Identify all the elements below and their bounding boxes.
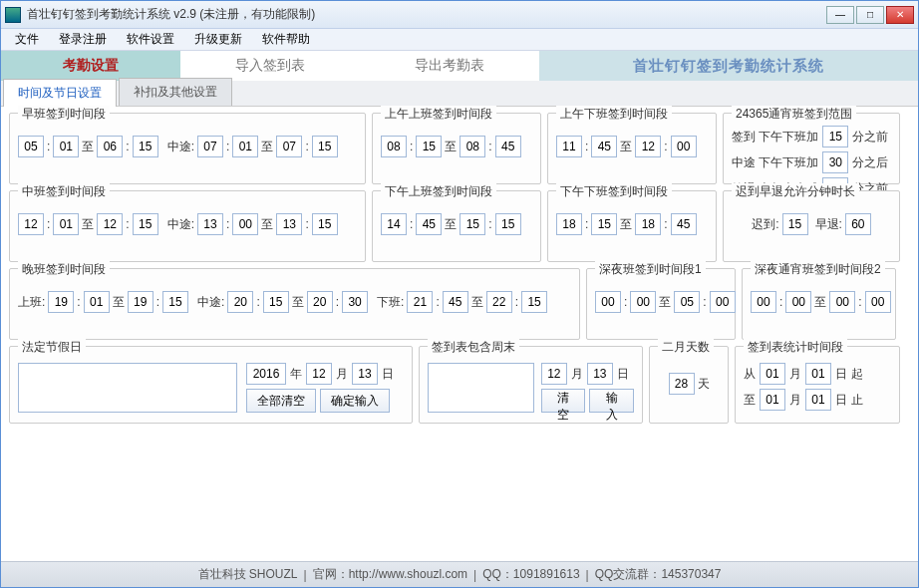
group-am-on: 上午上班签到时间段 : 至 :: [372, 113, 541, 184]
time-input[interactable]: [84, 291, 110, 313]
input-button[interactable]: 输入: [589, 389, 634, 413]
time-input[interactable]: [495, 213, 521, 235]
group-evening-shift: 晚班签到时间段 上班: : 至 : 中途: : 至 : 下班: :: [9, 268, 580, 340]
time-input[interactable]: [671, 213, 697, 235]
time-input[interactable]: [162, 291, 188, 313]
maximize-button[interactable]: □: [856, 6, 884, 24]
brand-label: 首壮钉钉签到考勤统计系统: [539, 51, 918, 81]
clear-all-button[interactable]: 全部清空: [246, 389, 316, 413]
legend: 签到表包含周末: [428, 339, 519, 356]
day-input[interactable]: [805, 363, 831, 385]
menu-help[interactable]: 软件帮助: [254, 29, 318, 50]
time-input[interactable]: [276, 213, 302, 235]
subtab-deduction-other[interactable]: 补扣及其他设置: [119, 78, 232, 106]
time-input[interactable]: [381, 213, 407, 235]
time-input[interactable]: [133, 213, 158, 235]
time-input[interactable]: [556, 213, 582, 235]
time-input[interactable]: [785, 291, 811, 313]
menu-settings[interactable]: 软件设置: [119, 29, 182, 50]
legend: 签到表统计时间段: [744, 339, 847, 356]
month-input[interactable]: [760, 389, 785, 411]
time-input[interactable]: [556, 136, 582, 157]
time-input[interactable]: [630, 291, 656, 313]
group-am-off: 上午下班签到时间段 : 至 :: [547, 113, 717, 184]
tab-export[interactable]: 导出考勤表: [360, 51, 539, 81]
time-input[interactable]: [751, 291, 776, 313]
time-input[interactable]: [276, 136, 302, 157]
time-input[interactable]: [495, 136, 521, 157]
time-input[interactable]: [460, 213, 485, 235]
time-input[interactable]: [18, 136, 44, 157]
time-input[interactable]: [486, 291, 512, 313]
time-input[interactable]: [635, 136, 661, 157]
time-input[interactable]: [232, 136, 258, 157]
time-input[interactable]: [307, 291, 333, 313]
time-input[interactable]: [53, 136, 79, 157]
time-input[interactable]: [595, 291, 621, 313]
menu-file[interactable]: 文件: [7, 29, 47, 50]
day-input[interactable]: [352, 363, 378, 385]
tab-import[interactable]: 导入签到表: [180, 51, 360, 81]
sub-tabs: 时间及节日设置 补扣及其他设置: [1, 81, 918, 107]
minimize-button[interactable]: —: [826, 6, 854, 24]
legend: 中班签到时间段: [18, 183, 110, 200]
time-input[interactable]: [128, 291, 153, 313]
close-button[interactable]: ✕: [886, 6, 914, 24]
year-input[interactable]: [246, 363, 286, 385]
time-input[interactable]: [381, 136, 407, 157]
time-input[interactable]: [710, 291, 736, 313]
time-input[interactable]: [443, 291, 468, 313]
confirm-input-button[interactable]: 确定输入: [320, 389, 390, 413]
time-input[interactable]: [407, 291, 433, 313]
legend: 上午上班签到时间段: [381, 106, 496, 123]
time-input[interactable]: [197, 136, 223, 157]
menu-login[interactable]: 登录注册: [51, 29, 115, 50]
time-input[interactable]: [53, 213, 79, 235]
day-input[interactable]: [587, 363, 613, 385]
group-24365: 24365通宵班签到范围 签到 下午下班加分之前 中途 下午下班加分之后 签退 …: [723, 113, 900, 184]
time-input[interactable]: [312, 213, 338, 235]
time-input[interactable]: [312, 136, 338, 157]
holiday-textarea[interactable]: [18, 363, 237, 413]
menu-update[interactable]: 升级更新: [186, 29, 250, 50]
time-input[interactable]: [591, 213, 617, 235]
early-minutes-input[interactable]: [845, 213, 871, 235]
time-input[interactable]: [232, 213, 258, 235]
time-input[interactable]: [227, 291, 253, 313]
time-input[interactable]: [865, 291, 891, 313]
time-input[interactable]: [18, 213, 44, 235]
minutes-input[interactable]: [822, 151, 848, 173]
legend: 二月天数: [658, 339, 714, 356]
month-input[interactable]: [760, 363, 785, 385]
window-title: 首壮钉钉签到考勤统计系统 v2.9 (未注册，有功能限制): [27, 6, 826, 23]
time-input[interactable]: [416, 213, 442, 235]
time-input[interactable]: [263, 291, 289, 313]
time-input[interactable]: [133, 136, 158, 157]
time-input[interactable]: [521, 291, 547, 313]
tab-attendance-settings[interactable]: 考勤设置: [1, 51, 180, 81]
time-input[interactable]: [197, 213, 223, 235]
footer-website[interactable]: 官网：http://www.shouzl.com: [313, 566, 467, 583]
feb-days-input[interactable]: [669, 373, 695, 395]
time-input[interactable]: [635, 213, 661, 235]
time-input[interactable]: [416, 136, 442, 157]
time-input[interactable]: [674, 291, 700, 313]
time-input[interactable]: [97, 213, 123, 235]
time-input[interactable]: [48, 291, 74, 313]
late-minutes-input[interactable]: [782, 213, 808, 235]
time-input[interactable]: [97, 136, 123, 157]
weekend-textarea[interactable]: [428, 363, 534, 413]
time-input[interactable]: [460, 136, 485, 157]
month-input[interactable]: [541, 363, 567, 385]
minutes-input[interactable]: [822, 126, 848, 147]
time-input[interactable]: [671, 136, 697, 157]
time-input[interactable]: [342, 291, 368, 313]
month-input[interactable]: [306, 363, 332, 385]
legend: 早班签到时间段: [18, 106, 110, 123]
time-input[interactable]: [591, 136, 617, 157]
content-area: 早班签到时间段 : 至 : 中途: : 至 : 上午上班签到时间段: [1, 107, 918, 434]
day-input[interactable]: [805, 389, 831, 411]
subtab-time-holiday[interactable]: 时间及节日设置: [3, 79, 117, 107]
clear-button[interactable]: 清空: [541, 389, 586, 413]
time-input[interactable]: [829, 291, 855, 313]
